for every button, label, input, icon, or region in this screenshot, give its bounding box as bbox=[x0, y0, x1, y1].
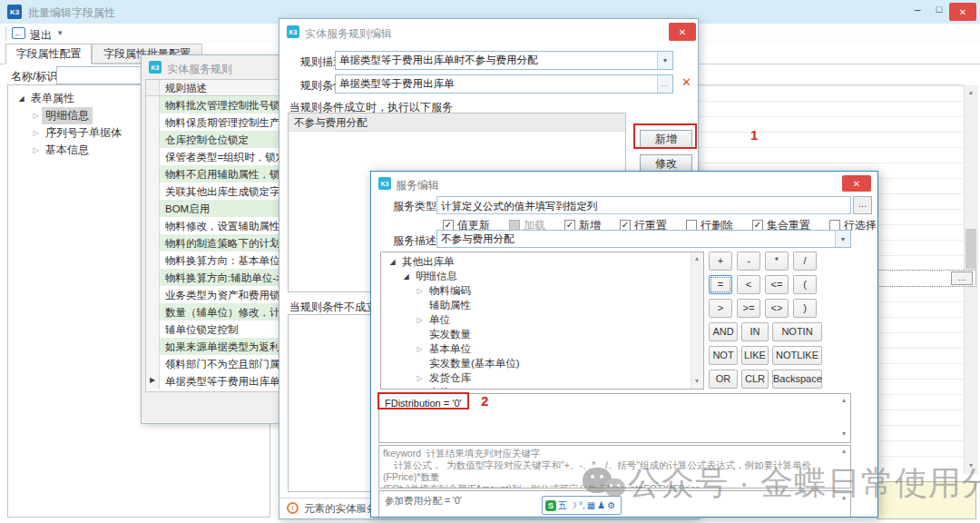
rule-condition-input[interactable]: 单据类型等于费用出库单 … bbox=[335, 74, 673, 94]
ellipsis-button[interactable]: … bbox=[657, 75, 672, 93]
tree-item[interactable]: 辅助属性 bbox=[381, 298, 703, 312]
row-header-cell bbox=[146, 355, 160, 372]
exit-icon[interactable]: ← bbox=[12, 27, 25, 39]
wubi-mode-icon[interactable]: 五 bbox=[558, 500, 567, 511]
tree-item-label: 实发数量 bbox=[426, 327, 475, 342]
close-button[interactable]: ✕ bbox=[949, 3, 976, 21]
row-header-cell bbox=[146, 217, 160, 234]
tree-scrollbar[interactable] bbox=[691, 252, 703, 389]
close-button[interactable]: ✕ bbox=[669, 23, 696, 41]
collapse-icon[interactable]: ▷ bbox=[30, 112, 42, 120]
name-id-label: 名称/标识 bbox=[11, 69, 57, 84]
operator-button-<=[interactable]: <= bbox=[765, 275, 789, 294]
tree-item[interactable]: ◢明细信息 bbox=[381, 269, 703, 283]
rule-description: 仓库控制仓位锁定 bbox=[160, 131, 249, 148]
scroll-up-icon[interactable]: ▴ bbox=[838, 396, 850, 404]
dropdown-icon[interactable]: ▾ bbox=[657, 52, 672, 69]
moon-icon[interactable]: ☽ bbox=[569, 500, 577, 511]
cell-ellipsis-button[interactable]: … bbox=[951, 271, 973, 285]
collapse-icon[interactable]: ▷ bbox=[30, 146, 42, 154]
service-edit-dialog-title: 服务编辑 bbox=[396, 178, 439, 193]
tree-item[interactable]: ▷单位 bbox=[381, 312, 703, 327]
rule-description: 辅单位锁定控制 bbox=[160, 321, 239, 338]
clear-condition-icon[interactable]: ✕ bbox=[681, 75, 691, 89]
tree-item[interactable]: ▷物料编码 bbox=[381, 283, 703, 298]
row-header-cell bbox=[146, 131, 160, 148]
operator-button->[interactable]: > bbox=[709, 299, 732, 318]
operator-button-backspace[interactable]: Backspace bbox=[772, 370, 822, 389]
rule-edit-dialog-title: 实体服务规则编辑 bbox=[305, 26, 392, 42]
row-selector-arrow: ▶ bbox=[146, 372, 160, 390]
tree-item[interactable]: ▷基本单位 bbox=[381, 341, 703, 356]
collapse-icon[interactable]: ▷ bbox=[414, 345, 426, 353]
collapse-icon[interactable]: ▷ bbox=[414, 287, 426, 295]
row-header-cell bbox=[146, 269, 160, 286]
operator-button-notin[interactable]: NOTIN bbox=[772, 322, 822, 341]
tree-item-label: 明细信息 bbox=[42, 107, 93, 124]
operator-button-or[interactable]: OR bbox=[709, 370, 738, 389]
row-header-cell bbox=[146, 113, 160, 131]
row-header-cell bbox=[146, 303, 160, 321]
scroll-up-icon[interactable]: ▴ bbox=[964, 88, 978, 96]
chevron-down-icon[interactable]: ▾ bbox=[58, 28, 63, 37]
minimize-button[interactable]: – bbox=[907, 4, 927, 20]
service-list-item[interactable]: 不参与费用分配 bbox=[289, 113, 625, 132]
row-header-cell bbox=[146, 148, 160, 165]
step2-number: 2 bbox=[481, 393, 488, 409]
operator-button->=[interactable]: >= bbox=[737, 299, 760, 318]
operator-button-and[interactable]: AND bbox=[709, 322, 738, 341]
operator-button-/[interactable]: / bbox=[793, 252, 817, 271]
row-header-cell bbox=[146, 234, 160, 252]
expand-icon[interactable]: ◢ bbox=[400, 272, 412, 281]
collapse-icon[interactable]: ▷ bbox=[30, 129, 42, 137]
scroll-up-icon[interactable]: ▴ bbox=[691, 254, 703, 262]
service-type-input[interactable]: 计算定义公式的值并填写到指定列 bbox=[436, 196, 851, 214]
rule-condition-value: 单据类型等于费用出库单 bbox=[336, 77, 657, 91]
operator-button-notlike[interactable]: NOTLIKE bbox=[772, 346, 822, 365]
scroll-down-icon[interactable]: ▾ bbox=[838, 429, 850, 438]
tree-item-label: 辅助属性 bbox=[426, 298, 475, 313]
toolbar-separator bbox=[5, 26, 6, 41]
operator-button-<[interactable]: < bbox=[737, 275, 760, 294]
tree-item-label: 物料编码 bbox=[426, 283, 475, 299]
operator-button-not[interactable]: NOT bbox=[709, 346, 738, 365]
maximize-button[interactable]: □ bbox=[929, 4, 949, 20]
collapse-icon[interactable]: ▷ bbox=[414, 374, 426, 382]
operator-button-)[interactable]: ) bbox=[793, 299, 817, 318]
operator-button-clr[interactable]: CLR bbox=[741, 370, 769, 389]
grid-scrollbar-thumb[interactable] bbox=[965, 229, 976, 269]
expand-icon[interactable]: ◢ bbox=[387, 258, 398, 266]
scroll-down-icon[interactable]: ▾ bbox=[691, 377, 703, 385]
highlight-box-step2 bbox=[377, 392, 469, 410]
tree-item[interactable]: ▷发货仓库 bbox=[381, 370, 703, 385]
exit-button[interactable]: 退出 bbox=[30, 28, 52, 44]
tree-item[interactable]: 实发数量 bbox=[381, 327, 703, 341]
collapse-icon[interactable]: ▷ bbox=[414, 316, 426, 324]
operator-button-like[interactable]: LIKE bbox=[741, 346, 769, 365]
operator-button-<>[interactable]: <> bbox=[765, 299, 789, 318]
tree-item-label: 序列号子单据体 bbox=[42, 124, 125, 142]
rule-description-combo[interactable]: 单据类型等于费用出库单时不参与费用分配 ▾ bbox=[335, 51, 673, 70]
tree-item[interactable]: ◢其他出库单 bbox=[381, 254, 703, 269]
operator-button-+[interactable]: + bbox=[709, 252, 732, 271]
tree-item[interactable]: 实发数量(基本单位) bbox=[381, 356, 703, 370]
operator-button-=[interactable]: = bbox=[709, 275, 732, 294]
help-line: fkeyword 计算结果填充列对应关键字 bbox=[383, 448, 838, 459]
expand-icon[interactable]: ◢ bbox=[15, 94, 27, 103]
ellipsis-button[interactable]: … bbox=[853, 196, 872, 214]
rule-description-column-header: 规则描述 bbox=[160, 80, 207, 95]
row-header-cell bbox=[146, 183, 160, 200]
window-logo-icon: K3 bbox=[149, 61, 162, 74]
service-description-combo[interactable]: 不参与费用分配 ▾ bbox=[436, 230, 851, 248]
operator-button--[interactable]: - bbox=[737, 252, 760, 271]
tree-item[interactable]: 仓位 bbox=[381, 385, 703, 390]
scroll-up-icon[interactable]: ▴ bbox=[838, 447, 850, 455]
sogou-logo[interactable]: S bbox=[545, 500, 556, 511]
tab-field-property-config[interactable]: 字段属性配置 bbox=[5, 44, 92, 64]
operator-button-in[interactable]: IN bbox=[741, 322, 769, 341]
operator-button-([interactable]: ( bbox=[793, 275, 817, 294]
highlight-box-step1 bbox=[633, 123, 697, 149]
dropdown-icon[interactable]: ▾ bbox=[835, 231, 850, 247]
operator-button-*[interactable]: * bbox=[765, 252, 789, 271]
close-button[interactable]: ✕ bbox=[842, 175, 871, 192]
